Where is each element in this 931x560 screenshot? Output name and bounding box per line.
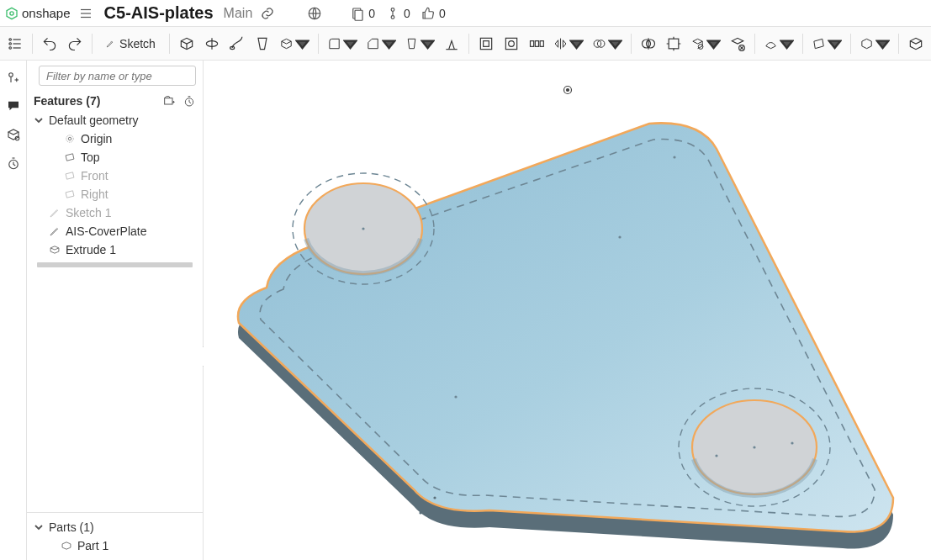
modify-tool[interactable] xyxy=(687,30,724,57)
sweep-tool[interactable] xyxy=(225,30,249,57)
list-icon xyxy=(7,35,24,52)
chamfer-icon xyxy=(366,35,380,52)
tree-front-plane[interactable]: Front xyxy=(30,166,199,185)
tree-sketch1[interactable]: Sketch 1 xyxy=(30,203,199,222)
document-title[interactable]: C5-AIS-plates xyxy=(104,3,214,23)
transform-tool[interactable] xyxy=(662,30,685,57)
insert-icon xyxy=(860,35,874,52)
boolean-tool[interactable] xyxy=(589,30,626,57)
svg-marker-39 xyxy=(708,40,720,48)
history-icon xyxy=(385,6,400,21)
dropdown-caret-icon xyxy=(875,35,890,52)
tree-ais-coverplate[interactable]: AIS-CoverPlate xyxy=(30,222,199,240)
insert-tool[interactable] xyxy=(856,30,893,57)
extrude-tool[interactable] xyxy=(175,30,198,57)
surface-tool[interactable] xyxy=(760,30,797,57)
split-tool[interactable] xyxy=(637,30,660,57)
thicken-tool[interactable] xyxy=(276,30,313,57)
tree-label: Default geometry xyxy=(49,114,139,127)
svg-point-70 xyxy=(433,496,436,499)
dropdown-caret-icon xyxy=(608,35,622,52)
history-count: 0 xyxy=(404,7,410,20)
dropdown-caret-icon xyxy=(569,35,584,52)
configurations-button[interactable] xyxy=(3,124,24,145)
rollback-bar[interactable] xyxy=(37,262,193,267)
config-icon xyxy=(6,127,21,142)
chamfer-tool[interactable] xyxy=(362,30,399,57)
tree-origin[interactable]: Origin xyxy=(30,129,199,148)
redo-button[interactable] xyxy=(63,30,87,57)
tree-label: Origin xyxy=(81,132,112,145)
stopwatch-icon xyxy=(6,156,21,171)
svg-point-65 xyxy=(618,235,621,238)
feature-toolbar: Sketch xyxy=(0,27,931,61)
svg-rect-29 xyxy=(540,40,543,46)
likes-stat[interactable]: 0 xyxy=(421,6,446,21)
tree-label: Top xyxy=(81,151,100,164)
mirror-icon xyxy=(553,35,568,52)
main-menu-button[interactable] xyxy=(76,3,96,24)
rib-tool[interactable] xyxy=(440,30,463,57)
svg-marker-44 xyxy=(829,40,841,48)
svg-point-11 xyxy=(9,38,11,40)
svg-point-71 xyxy=(419,511,421,514)
svg-marker-33 xyxy=(610,40,622,48)
history-rail-button[interactable] xyxy=(3,153,24,173)
plane-icon xyxy=(64,188,76,200)
hole-tool[interactable] xyxy=(500,30,523,57)
tree-top-plane[interactable]: Top xyxy=(30,148,199,166)
sheet-metal-tool[interactable] xyxy=(904,30,928,57)
split-icon xyxy=(640,35,657,52)
redo-icon xyxy=(66,35,83,52)
svg-point-26 xyxy=(509,40,515,46)
sketch-button[interactable]: Sketch xyxy=(98,30,164,57)
parts-header[interactable]: Parts (1) xyxy=(30,518,199,536)
parts-part1[interactable]: Part 1 xyxy=(30,536,199,555)
tree-right-plane[interactable]: Right xyxy=(30,185,199,203)
loft-tool[interactable] xyxy=(251,30,274,57)
linear-pattern-icon xyxy=(528,35,545,52)
plane-tool[interactable] xyxy=(808,30,845,57)
plus-node-icon xyxy=(6,70,21,85)
share-link-button[interactable] xyxy=(257,3,278,24)
svg-point-63 xyxy=(362,227,364,230)
tree-extrude1[interactable]: Extrude 1 xyxy=(30,240,199,259)
3d-viewport[interactable] xyxy=(204,61,931,560)
dropdown-caret-icon xyxy=(295,35,309,52)
sketch-label: Sketch xyxy=(119,37,156,50)
filter-row xyxy=(27,61,203,91)
shell-tool[interactable] xyxy=(474,30,498,57)
filter-input[interactable] xyxy=(39,66,196,86)
svg-point-1 xyxy=(10,11,13,14)
dropdown-caret-icon xyxy=(780,35,794,52)
undo-button[interactable] xyxy=(38,30,61,57)
svg-marker-22 xyxy=(422,40,434,48)
feature-tree: Default geometry Origin Top Front Right xyxy=(27,111,203,274)
fillet-tool[interactable] xyxy=(324,30,361,57)
revolve-tool[interactable] xyxy=(200,30,224,57)
versions-stat[interactable]: 0 xyxy=(350,6,375,21)
tree-default-geometry[interactable]: Default geometry xyxy=(30,111,199,129)
draft-tool[interactable] xyxy=(401,30,438,57)
plane-icon xyxy=(64,151,76,163)
chevron-down-icon xyxy=(34,115,44,125)
delete-face-tool[interactable] xyxy=(726,30,749,57)
public-globe-button[interactable] xyxy=(304,3,325,24)
brand-name: onshape xyxy=(22,6,71,20)
svg-rect-28 xyxy=(535,40,538,46)
history-stat[interactable]: 0 xyxy=(385,6,410,21)
rollback-timer-icon[interactable] xyxy=(182,94,196,108)
add-folder-icon[interactable] xyxy=(162,94,176,108)
svg-point-66 xyxy=(454,395,457,398)
add-feature-button[interactable] xyxy=(3,67,24,87)
brand-logo[interactable]: onshape xyxy=(5,6,71,20)
svg-rect-27 xyxy=(530,40,533,46)
pattern-tool[interactable] xyxy=(525,30,548,57)
feature-list-toggle[interactable] xyxy=(3,30,27,57)
mirror-tool[interactable] xyxy=(550,30,587,57)
comments-button[interactable] xyxy=(3,96,24,116)
svg-marker-21 xyxy=(384,40,395,48)
dropdown-caret-icon xyxy=(343,35,357,52)
document-branch[interactable]: Main xyxy=(224,6,253,21)
fillet-icon xyxy=(327,35,341,52)
